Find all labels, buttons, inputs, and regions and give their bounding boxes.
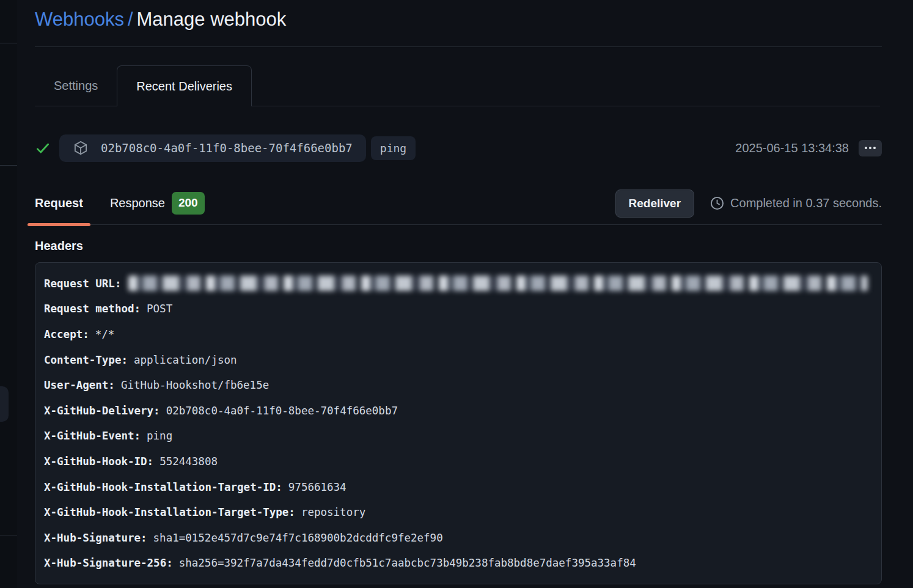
redacted-url-value xyxy=(128,276,868,291)
delivery-timestamp: 2025-06-15 13:34:38 xyxy=(735,141,849,155)
header-key: X-GitHub-Hook-Installation-Target-ID: xyxy=(44,481,282,493)
page-title: Manage webhook xyxy=(137,9,287,30)
delivery-row: 02b708c0-4a0f-11f0-8bee-70f4f66e0bb7 pin… xyxy=(35,134,882,162)
header-key: User-Agent: xyxy=(44,379,115,391)
tab-request[interactable]: Request xyxy=(28,182,90,224)
check-icon xyxy=(35,140,51,156)
response-status-badge: 200 xyxy=(172,192,205,215)
left-rail xyxy=(0,0,17,588)
header-value: 02b708c0-4a0f-11f0-8bee-70f4f66e0bb7 xyxy=(166,405,398,417)
header-line: Request method:POST xyxy=(44,296,873,322)
header-line: Request URL: xyxy=(44,271,873,296)
webhooks-breadcrumb-link[interactable]: Webhooks xyxy=(35,9,124,30)
header-line: X-GitHub-Hook-ID:552443808 xyxy=(44,449,873,474)
rail-divider xyxy=(0,165,17,166)
header-value: 552443808 xyxy=(160,455,218,468)
kebab-horizontal-icon xyxy=(865,147,876,149)
header-value: ping xyxy=(147,430,172,442)
request-headers-block: Request URL:Request method:POSTAccept:*/… xyxy=(35,262,882,584)
header-value: sha1=0152e457d7c9e74f7c168900b2dcddfc9fe… xyxy=(153,532,443,544)
header-key: Request method: xyxy=(44,303,141,315)
clock-icon xyxy=(710,196,725,211)
header-value: */* xyxy=(95,328,115,340)
tab-settings[interactable]: Settings xyxy=(35,65,117,106)
header-key: X-GitHub-Event: xyxy=(44,430,141,442)
header-line: Accept:*/* xyxy=(44,322,873,347)
header-key: X-GitHub-Delivery: xyxy=(44,405,160,417)
rail-item-highlight xyxy=(0,386,9,422)
redeliver-button[interactable]: Redeliver xyxy=(615,189,695,218)
header-key: X-GitHub-Hook-Installation-Target-Type: xyxy=(44,506,295,518)
header-line: User-Agent:GitHub-Hookshot/fb6e15e xyxy=(44,372,873,398)
header-line: X-GitHub-Hook-Installation-Target-ID:975… xyxy=(44,474,873,500)
header-line: X-GitHub-Delivery:02b708c0-4a0f-11f0-8be… xyxy=(44,398,873,424)
header-value: GitHub-Hookshot/fb6e15e xyxy=(121,379,269,391)
header-value: POST xyxy=(147,303,172,315)
rail-divider xyxy=(0,535,17,535)
header-value: application/json xyxy=(134,354,237,366)
completed-text: Completed in 0.37 seconds. xyxy=(730,196,882,210)
header-line: X-GitHub-Hook-Installation-Target-Type:r… xyxy=(44,499,873,525)
header-key: X-Hub-Signature-256: xyxy=(44,557,173,569)
header-key: X-GitHub-Hook-ID: xyxy=(44,455,153,468)
webhook-tabs: Settings Recent Deliveries xyxy=(35,65,880,106)
header-key: X-Hub-Signature: xyxy=(44,532,147,544)
completed-status: Completed in 0.37 seconds. xyxy=(710,196,882,211)
event-badge: ping xyxy=(371,136,416,160)
delivery-options-button[interactable] xyxy=(859,140,882,156)
headers-heading: Headers xyxy=(35,239,882,253)
delivery-detail-tabs: Request Response 200 Redeliver Completed… xyxy=(35,182,882,225)
header-line: Content-Type:application/json xyxy=(44,347,873,373)
rail-divider xyxy=(0,43,17,43)
breadcrumb: Webhooks/Manage webhook xyxy=(35,0,882,47)
header-value: sha256=392f7a7da434fedd7d0cfb51c7aabcbc7… xyxy=(179,557,636,569)
breadcrumb-separator: / xyxy=(128,9,133,30)
delivery-guid: 02b708c0-4a0f-11f0-8bee-70f4f66e0bb7 xyxy=(101,141,353,155)
header-key: Accept: xyxy=(44,328,89,340)
main-content: Webhooks/Manage webhook Settings Recent … xyxy=(35,0,882,584)
header-key: Content-Type: xyxy=(44,354,128,366)
package-icon xyxy=(73,140,89,156)
tab-response[interactable]: Response 200 xyxy=(103,182,212,224)
header-line: X-GitHub-Event:ping xyxy=(44,424,873,449)
header-value: 975661634 xyxy=(288,481,346,493)
header-value: repository xyxy=(301,506,365,518)
header-line: X-Hub-Signature:sha1=0152e457d7c9e74f7c1… xyxy=(44,525,873,551)
header-line: X-Hub-Signature-256:sha256=392f7a7da434f… xyxy=(44,551,873,576)
tab-request-label: Request xyxy=(35,196,83,210)
header-key: Request URL: xyxy=(44,277,121,290)
tab-recent-deliveries[interactable]: Recent Deliveries xyxy=(117,65,252,106)
delivery-guid-pill[interactable]: 02b708c0-4a0f-11f0-8bee-70f4f66e0bb7 xyxy=(59,134,366,162)
tab-response-label: Response xyxy=(110,196,165,210)
